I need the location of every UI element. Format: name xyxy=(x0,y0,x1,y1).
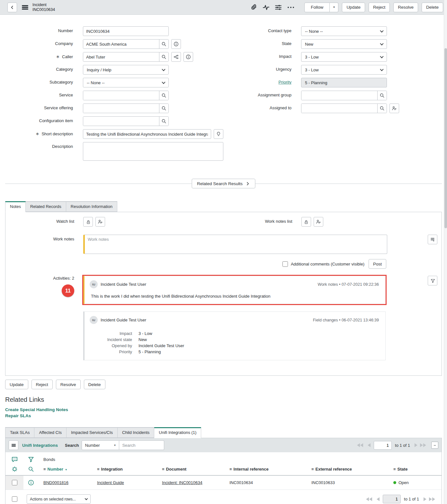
previous-page-button[interactable] xyxy=(377,497,380,501)
tab-notes[interactable]: Notes xyxy=(5,201,26,212)
list-search-icon[interactable] xyxy=(28,466,34,472)
caller-preview-button[interactable] xyxy=(183,52,193,62)
first-page-button[interactable] xyxy=(366,497,372,501)
service-input[interactable] xyxy=(83,91,159,100)
delete-button[interactable]: Delete xyxy=(422,3,443,12)
assigned-to-input[interactable] xyxy=(301,104,377,113)
next-page-button[interactable] xyxy=(415,443,417,447)
vertical-scrollbar[interactable] xyxy=(444,0,447,504)
scrollbar-thumb[interactable] xyxy=(444,48,447,228)
priority-label-link[interactable]: Priority xyxy=(279,80,291,85)
activity-stream-icon[interactable] xyxy=(263,4,270,11)
column-header-external-reference[interactable]: ≡External reference xyxy=(311,467,393,472)
select-all-checkbox[interactable] xyxy=(12,496,17,502)
tab-impacted-services-cis[interactable]: Impacted Services/CIs xyxy=(67,427,118,438)
document-link[interactable]: Incident: INC0010634 xyxy=(162,480,202,485)
column-header-number[interactable]: ≡Number▼ xyxy=(38,467,97,472)
notes-panel: Watch list Work notes list Work notes Ad… xyxy=(5,212,442,376)
caller-lookup-button[interactable] xyxy=(159,52,168,61)
number-input[interactable] xyxy=(83,26,169,36)
tab-related-records[interactable]: Related Records xyxy=(26,201,66,212)
tab-unifi-integrations[interactable]: Unifi Integrations (1) xyxy=(154,427,201,438)
update-button[interactable]: Update xyxy=(342,3,365,12)
gear-icon[interactable] xyxy=(12,466,18,472)
activity-filter-button[interactable] xyxy=(428,276,437,285)
service-offering-lookup-button[interactable] xyxy=(159,104,168,113)
description-textarea[interactable] xyxy=(83,142,223,161)
more-options-icon[interactable] xyxy=(287,4,295,11)
company-input[interactable] xyxy=(83,40,159,49)
configuration-item-input[interactable] xyxy=(83,117,159,126)
assignment-group-lookup-button[interactable] xyxy=(377,91,387,100)
previous-page-button[interactable] xyxy=(368,443,371,447)
update-button-footer[interactable]: Update xyxy=(5,380,28,389)
link-create-special-handling-notes[interactable]: Create Special Handling Notes xyxy=(5,407,442,413)
column-header-internal-reference[interactable]: ≡Internal reference xyxy=(229,467,311,472)
tab-task-slas[interactable]: Task SLAs xyxy=(5,427,34,438)
list-search-field-select[interactable]: Number▼ xyxy=(82,440,119,450)
next-page-button[interactable] xyxy=(424,497,426,501)
work-notes-list-unlock-button[interactable] xyxy=(301,217,311,227)
configuration-item-lookup-button[interactable] xyxy=(159,117,168,126)
resolve-button-footer[interactable]: Resolve xyxy=(56,380,81,389)
back-button[interactable] xyxy=(7,3,17,12)
work-notes-textarea[interactable] xyxy=(83,235,387,254)
list-filter-icon[interactable] xyxy=(28,456,34,463)
related-search-results-button[interactable]: Related Search Results xyxy=(192,179,255,188)
list-search-input[interactable] xyxy=(119,440,164,450)
urgency-select[interactable]: 3 - Low xyxy=(301,65,387,75)
reject-button[interactable]: Reject xyxy=(369,3,390,12)
link-repair-slas[interactable]: Repair SLAs xyxy=(5,413,442,419)
column-header-document[interactable]: ≡Document xyxy=(162,467,229,472)
attachment-icon[interactable] xyxy=(250,4,257,11)
actions-on-selected-rows-select[interactable]: Actions on selected rows... xyxy=(27,494,91,504)
reject-button-footer[interactable]: Reject xyxy=(31,380,53,389)
last-page-button[interactable] xyxy=(420,443,426,447)
state-select[interactable]: New xyxy=(301,39,387,49)
caller-input[interactable] xyxy=(83,52,159,61)
delete-button-footer[interactable]: Delete xyxy=(84,380,105,389)
caller-show-related-button[interactable] xyxy=(171,52,181,62)
post-button[interactable]: Post xyxy=(369,259,386,269)
impact-select[interactable]: 3 - Low xyxy=(301,52,387,62)
watch-list-add-me-button[interactable] xyxy=(95,217,105,227)
work-notes-list-add-me-button[interactable] xyxy=(314,217,323,227)
last-page-button[interactable] xyxy=(429,497,435,501)
activity-stream-format-button[interactable] xyxy=(428,235,437,244)
service-lookup-button[interactable] xyxy=(159,91,168,100)
company-preview-button[interactable] xyxy=(171,39,181,49)
row-info-icon[interactable] xyxy=(28,480,34,486)
row-checkbox[interactable] xyxy=(12,480,17,485)
additional-comments-checkbox[interactable] xyxy=(282,261,288,267)
list-title-link[interactable]: Unifi Integrations xyxy=(22,443,58,448)
page-number-input[interactable] xyxy=(374,441,392,450)
page-number-input[interactable] xyxy=(383,495,401,503)
follow-button[interactable]: Follow xyxy=(304,3,330,12)
integration-link[interactable]: Incident Guide xyxy=(97,480,124,485)
bond-number-link[interactable]: BND0001816 xyxy=(43,480,68,485)
subcategory-select[interactable]: -- None -- xyxy=(83,78,169,87)
follow-dropdown-button[interactable]: ▼ xyxy=(330,3,338,12)
first-page-button[interactable] xyxy=(357,443,363,447)
assigned-to-lookup-button[interactable] xyxy=(377,104,387,113)
watch-list-unlock-button[interactable] xyxy=(83,217,93,227)
column-header-state[interactable]: ≡State xyxy=(393,467,442,472)
contact-type-select[interactable]: -- None -- xyxy=(301,26,387,36)
chat-icon[interactable] xyxy=(11,456,18,463)
company-lookup-button[interactable] xyxy=(159,40,168,49)
tab-child-incidents[interactable]: Child Incidents xyxy=(118,427,154,438)
context-menu-icon[interactable] xyxy=(22,4,29,11)
assignment-group-input[interactable] xyxy=(301,91,377,100)
category-select[interactable]: Inquiry / Help xyxy=(83,65,169,75)
personalize-form-icon[interactable] xyxy=(275,4,282,11)
list-context-menu-button[interactable] xyxy=(9,440,18,450)
assign-to-me-button[interactable] xyxy=(389,104,399,113)
minimize-list-button[interactable]: − xyxy=(431,442,438,449)
service-offering-input[interactable] xyxy=(83,104,159,113)
suggestion-button[interactable] xyxy=(214,129,223,139)
tab-affected-cis[interactable]: Affected CIs xyxy=(34,427,67,438)
column-header-integration[interactable]: ≡Integration xyxy=(97,467,162,472)
tab-resolution-information[interactable]: Resolution Information xyxy=(66,201,117,212)
resolve-button[interactable]: Resolve xyxy=(393,3,418,12)
short-description-input[interactable] xyxy=(83,129,211,139)
